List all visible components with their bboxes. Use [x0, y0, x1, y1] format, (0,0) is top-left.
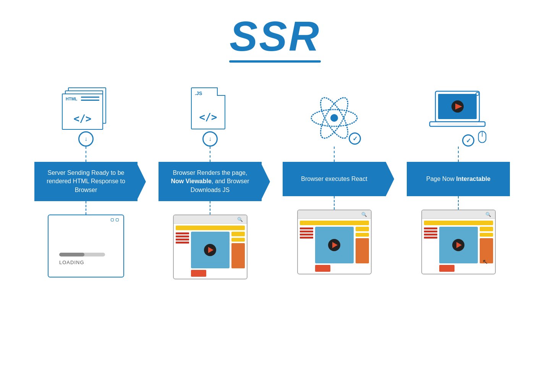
search-icon-3: 🔍 [361, 212, 367, 217]
step-1-text: Server Sending Ready to be rendered HTML… [44, 169, 128, 194]
connector-3-4 [393, 74, 399, 186]
js-file-corner [217, 87, 225, 96]
window-dots [111, 218, 119, 221]
red-lines-3 [300, 227, 313, 263]
play-triangle-2 [208, 247, 214, 253]
js-code-tag: </> [199, 111, 217, 123]
dashed-line-4b [458, 196, 459, 210]
loading-screen-container: LOADING [48, 215, 124, 283]
react-icon-container: ✓ [306, 74, 363, 147]
yellow-small-2 [231, 232, 245, 236]
mouse-svg [476, 130, 489, 147]
mouse-icon [476, 130, 489, 148]
right-blocks-2 [231, 232, 245, 268]
yellow-bar-top-3 [300, 221, 369, 225]
red-lines-4 [424, 227, 437, 263]
diagram: HTML </> ↓ Server Sending Ready to [27, 74, 523, 283]
dot-2 [116, 218, 119, 221]
loading-screen: LOADING [48, 215, 124, 277]
loading-label: LOADING [59, 260, 84, 265]
browser-bar-4: 🔍 [422, 210, 495, 219]
checkmark-symbol: ✓ [353, 135, 358, 142]
html-code-tag: </> [74, 113, 92, 124]
step-4-text: Page Now Interactable [426, 175, 490, 183]
loading-bar-fill [59, 253, 84, 256]
step-1-box: Server Sending Ready to be rendered HTML… [34, 162, 138, 201]
yellow-small2-2 [231, 238, 245, 242]
red-bottom-3 [315, 265, 330, 272]
react-atom-icon: ✓ [306, 89, 363, 147]
browser-screen-2: 🔍 [173, 215, 247, 279]
browser-screen-4-container: 🔍 [421, 210, 496, 278]
browser-screen-3-container: 🔍 [297, 210, 372, 278]
yellow-small2-3 [356, 233, 369, 237]
yellow-small2-4 [480, 233, 493, 237]
yellow-small-3 [356, 227, 369, 231]
step-2-text: Browser Renders the page, Now Viewable, … [168, 169, 252, 194]
browser-bar-2: 🔍 [174, 215, 247, 224]
video-thumb-2 [191, 232, 230, 268]
html-page-front: HTML </> [62, 94, 103, 130]
cursor-icon: ↖ [482, 258, 488, 266]
play-button-4 [452, 239, 464, 251]
step-4-box: Page Now Interactable [407, 162, 510, 196]
dashed-line-3 [334, 147, 335, 162]
checkmark-react: ✓ [349, 132, 361, 145]
step-2: .JS </> ↓ Browser Renders the page, Now … [151, 74, 269, 283]
step-3-box: Browser executes React [283, 162, 386, 196]
search-icon-4: 🔍 [485, 212, 491, 217]
step-3: ✓ Browser executes React 🔍 [275, 74, 393, 278]
browser-screen-2-container: 🔍 [173, 215, 247, 283]
search-icon-2: 🔍 [237, 217, 243, 222]
dashed-line-1b [86, 201, 86, 215]
dashed-line-1 [86, 147, 86, 162]
js-file-icon: .JS </> [191, 87, 229, 133]
laptop-icon: ✓ [428, 89, 489, 147]
dashed-line-2 [210, 147, 210, 162]
title-section: SSR [229, 15, 321, 63]
play-button-2 [204, 244, 216, 256]
checkmark-symbol-laptop: ✓ [466, 137, 471, 144]
yellow-small-4 [480, 227, 493, 231]
loading-bar [59, 253, 105, 256]
laptop-icon-container: ✓ [428, 74, 489, 147]
step-2-box: Browser Renders the page, Now Viewable, … [159, 162, 262, 201]
step-1: HTML </> ↓ Server Sending Ready to [27, 74, 145, 283]
js-file-body: .JS </> [191, 87, 225, 129]
connector-2-3 [269, 74, 275, 186]
yellow-bar-top-2 [176, 226, 245, 230]
download-icon-2: ↓ [202, 131, 218, 147]
js-label: .JS [195, 90, 202, 96]
browser-screen-3: 🔍 [297, 210, 372, 274]
red-lines-2 [176, 232, 189, 268]
title-underline [229, 60, 321, 63]
page-title: SSR [229, 15, 321, 57]
red-bottom-4 [439, 265, 455, 272]
js-file-icon-container: .JS </> ↓ [191, 74, 229, 147]
video-thumb-3 [315, 227, 354, 263]
html-stack-icon-container: HTML </> ↓ [61, 74, 111, 147]
dashed-line-4 [458, 147, 459, 162]
play-triangle-4 [456, 242, 462, 248]
orange-block-2 [231, 243, 245, 268]
connector-1-2 [145, 74, 151, 186]
download-icon-1: ↓ [78, 131, 94, 147]
right-blocks-3 [356, 227, 369, 263]
browser-bar-3: 🔍 [298, 210, 371, 219]
step-3-text: Browser executes React [301, 175, 367, 183]
browser-screen-4: 🔍 [421, 210, 496, 274]
checkmark-laptop: ✓ [462, 134, 474, 147]
step-4: ✓ Page Now Interactable 🔍 [399, 74, 518, 278]
dashed-line-3b [334, 196, 335, 210]
video-thumb-4 [439, 227, 478, 263]
dashed-line-2b [210, 201, 210, 215]
svg-point-3 [330, 114, 338, 122]
dot-1 [111, 218, 114, 221]
play-button-3 [328, 239, 340, 251]
orange-block-3 [356, 238, 369, 263]
red-bottom-2 [191, 270, 206, 277]
play-triangle-3 [332, 242, 338, 248]
html-stack-icon: HTML </> [61, 87, 111, 133]
loading-bar-container: LOADING [59, 253, 113, 265]
html-label: HTML [66, 97, 78, 101]
